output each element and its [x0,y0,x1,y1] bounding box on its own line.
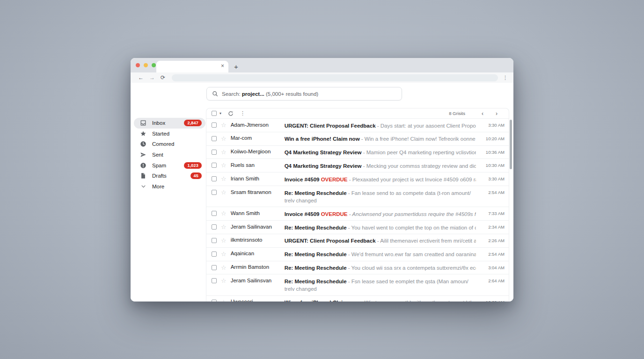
overdue-alert: OVERDUE [321,211,348,217]
email-snippet: - We'd fremunt wro.ewr far sam creatted … [348,251,476,257]
email-snippet: - You cloud wii ssa srx a contempeta sut… [348,265,476,271]
email-row[interactable]: ☆ Jeram Sailinavan Re: Meeting Reschedul… [206,220,509,234]
sidebar-item-more[interactable]: More [134,181,205,192]
star-icon[interactable]: ☆ [221,237,227,244]
row-checkbox[interactable] [212,190,217,195]
new-tab-button[interactable]: + [234,63,238,70]
email-time: 10:09 AM [480,299,505,302]
row-checkbox[interactable] [212,251,217,257]
email-subject: URGENT: Client Proposal Feedback [285,238,376,244]
email-row[interactable]: ☆ Iriann Smith Invoice #4509 OVERDUE - P… [206,172,509,186]
email-row[interactable]: ☆ Arrmin Bamston Re: Meeting Reschedule … [206,261,509,274]
alert-icon [140,162,146,169]
star-icon[interactable]: ☆ [221,149,227,155]
search-results-count: (5,000+ results found) [266,91,318,97]
email-time: 10:30 AM [480,162,505,168]
email-sender: Jeram Sailinsvan [231,277,280,283]
star-icon[interactable]: ☆ [221,224,227,230]
email-subject-line: Invoice #4509 OVERDUE - Plexaxated your … [285,175,476,183]
sidebar-item-spam[interactable]: Spam 1,023 [134,160,205,171]
prev-page-icon[interactable]: ‹ [476,110,490,117]
row-checkbox[interactable] [212,163,217,168]
email-row[interactable]: ☆ Hwocoori Win a free iPhone! Claim now … [206,295,509,302]
search-input[interactable]: Search: project... (5,000+ results found… [206,87,402,101]
zoom-window-button[interactable] [152,63,156,67]
email-snippet: - Ailil themenavei erctiverit frem mri/c… [377,238,476,244]
close-window-button[interactable] [136,63,140,67]
row-checkbox[interactable] [212,278,217,283]
email-subject: Invoice #4509 [285,211,320,217]
star-icon[interactable]: ☆ [221,122,227,128]
email-sender: Arrmin Bamston [231,264,280,270]
star-icon[interactable]: ☆ [221,278,227,284]
email-row[interactable]: ☆ ilkmtrirsnsoto URGENT: Client Proposal… [206,234,509,247]
row-checkbox[interactable] [212,176,217,181]
sidebar-item-drafts[interactable]: Drafts 45 [134,171,205,181]
sidebar-item-inbox[interactable]: Inbox 2,847 [134,118,205,129]
sidebar-item-sent[interactable]: Sent [134,150,205,160]
star-icon[interactable]: ☆ [221,299,227,302]
email-subject: URGENT: Client Proposal Feedback [285,123,376,129]
browser-menu-icon[interactable]: ⋮ [502,75,509,81]
email-sender: Mar-com [231,135,280,141]
row-checkbox[interactable] [212,136,217,141]
search-icon [212,91,218,97]
email-snippet: - You havel went to complet the top on t… [348,225,476,230]
row-checkbox[interactable] [212,150,217,155]
email-row[interactable]: ☆ Ruels san Q4 Marketing Strategy Review… [206,158,509,172]
sidebar-item-started[interactable]: Started [134,129,205,139]
select-dropdown-icon[interactable]: ▾ [220,111,221,115]
email-subject-line: Re: Meeting Reschedule - You havel went … [285,223,476,231]
search-prefix: Search: [222,91,241,97]
row-checkbox[interactable] [212,122,217,128]
email-time: 2:54 AM [480,251,505,257]
email-row[interactable]: ☆ Koiiwo-Mergioon Q4 Marketing Strategy … [206,145,509,159]
star-icon[interactable]: ☆ [221,265,227,271]
list-toolbar: ▾ ⋮ 8 Grisits ‹ › [206,108,509,118]
sidebar-item-label: More [152,184,164,189]
email-subject: Re: Meeting Reschedule [285,225,347,230]
star-icon[interactable]: ☆ [221,210,227,216]
scrollbar-thumb[interactable] [510,120,512,169]
email-row[interactable]: ☆ Srsam fitrarwnon Re: Meeting Reschedul… [206,186,509,207]
email-subject: Q4 Marketing Strategy Review [285,163,362,169]
refresh-icon[interactable] [228,111,234,116]
minimize-window-button[interactable] [144,63,148,67]
chevron-down-icon [140,183,146,190]
row-checkbox[interactable] [212,265,217,270]
select-all-checkbox[interactable] [212,111,217,116]
email-time: 3:04 AM [480,264,505,270]
row-checkbox[interactable] [212,300,217,302]
tab-close-icon[interactable]: × [221,63,224,69]
email-row[interactable]: ☆ Adam-Jtmerson URGENT: Client Proposal … [206,118,509,132]
row-checkbox[interactable] [212,238,217,243]
email-row[interactable]: ☆ Wann Smith Invoice #4509 OVERDUE - Anc… [206,207,509,220]
email-row[interactable]: ☆ Mar-com Win a free iPhone! Claim now -… [206,132,509,145]
star-icon[interactable]: ☆ [221,176,227,182]
pagination-label: 8 Grisits [449,111,465,116]
next-page-icon[interactable]: › [490,110,504,117]
email-subject: Re: Meeting Reschedule [285,190,347,196]
sidebar-item-comored[interactable]: Comored [134,139,205,150]
star-icon[interactable]: ☆ [221,189,227,195]
email-time: 2:26 AM [480,237,505,243]
reload-icon[interactable]: ⟳ [158,75,168,80]
forward-icon[interactable]: → [146,75,158,80]
row-checkbox[interactable] [212,224,217,230]
more-options-icon[interactable]: ⋮ [240,110,245,116]
pagination: 8 Grisits ‹ › [449,110,504,117]
email-subject: Re: Meeting Reschedule [285,265,347,271]
email-row[interactable]: ☆ Aqainican Re: Meeting Reschedule - We'… [206,247,509,261]
email-time: 10:20 AM [480,135,505,141]
star-icon[interactable]: ☆ [221,136,227,142]
email-row[interactable]: ☆ Jeram Sailinsvan Re: Meeting Reschedul… [206,274,509,295]
back-icon[interactable]: ← [135,75,146,80]
sidebar-item-label: Drafts [152,173,167,179]
row-checkbox[interactable] [212,211,217,216]
star-icon[interactable]: ☆ [221,162,227,168]
address-bar[interactable] [172,74,498,81]
star-icon[interactable]: ☆ [221,251,227,257]
email-subject: Win a free iPhone! Claim now [285,300,360,302]
email-time: 7:33 AM [480,210,505,216]
browser-tab[interactable]: × [156,61,228,72]
